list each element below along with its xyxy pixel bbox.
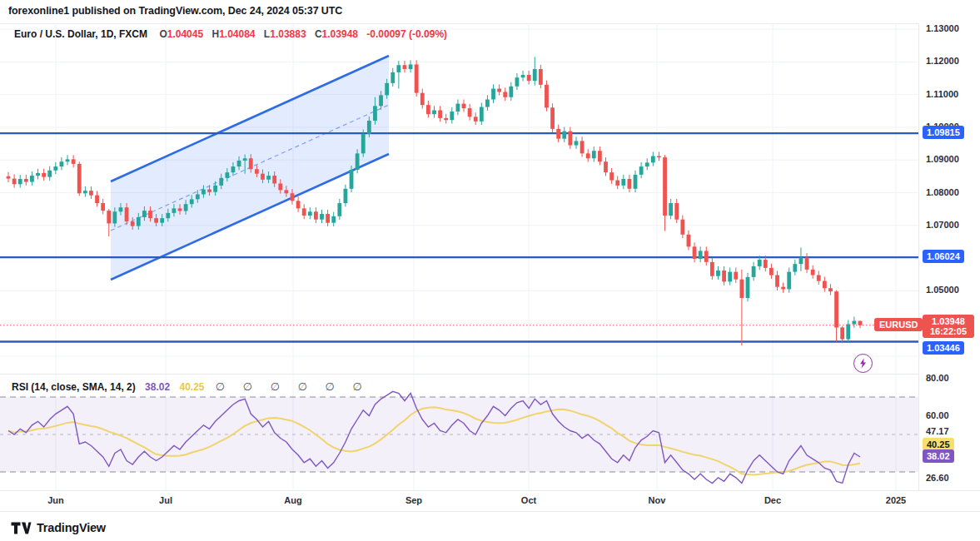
candle-body <box>852 321 856 325</box>
candle-body <box>480 107 484 122</box>
candle-body <box>739 280 744 298</box>
candle-body <box>243 158 247 161</box>
candle-body <box>409 64 413 69</box>
candle-body <box>817 275 821 281</box>
flash-action-button[interactable] <box>853 354 873 373</box>
price-axis[interactable]: 1.130001.120001.110001.100001.090001.080… <box>918 23 980 509</box>
candle-body <box>160 218 164 223</box>
pane-separator[interactable] <box>0 374 980 375</box>
candle-body <box>272 176 276 183</box>
candle-body <box>356 153 360 170</box>
candle-body <box>521 75 525 77</box>
candle-body <box>615 181 619 186</box>
candle-body <box>710 262 714 276</box>
candle-body <box>42 173 46 177</box>
attribution-text: forexonline1 published on TradingView.co… <box>8 5 342 17</box>
candle-body <box>769 268 774 275</box>
symbol-title[interactable]: Euro / U.S. Dollar, 1D, FXCM <box>14 28 147 40</box>
candle-body <box>396 65 400 72</box>
time-axis-label[interactable]: Jul <box>159 495 172 505</box>
rsi-title[interactable]: RSI (14, close, SMA, 14, 2) <box>12 381 136 393</box>
candle-body <box>444 118 448 120</box>
candle-body <box>213 186 217 192</box>
time-axis-label[interactable]: Nov <box>649 495 666 505</box>
rsi-sma-value: 40.25 <box>179 381 204 393</box>
candle-body <box>752 266 756 277</box>
candle-body <box>432 110 436 114</box>
open-value: 1.04045 <box>167 28 203 40</box>
candle-body <box>704 251 709 261</box>
candle-body <box>12 179 17 185</box>
candle-body <box>219 178 223 186</box>
lightning-icon <box>858 358 868 369</box>
candle-body <box>344 189 348 203</box>
candle-body <box>36 173 40 176</box>
price-chart-canvas[interactable] <box>0 23 918 374</box>
tradingview-logo[interactable]: TradingView <box>11 519 106 537</box>
candle-body <box>734 272 738 280</box>
candle-body <box>142 211 147 217</box>
time-axis[interactable]: JunJulAugSepOctNovDec2025 <box>0 490 980 512</box>
candle-body <box>586 153 590 158</box>
change-value: -0.00097 (-0.09%) <box>366 28 447 40</box>
candle-body <box>337 203 341 216</box>
rsi-hidden-values: ∅ ∅ ∅ ∅ ∅ ∅ <box>216 380 370 393</box>
candle-body <box>207 190 211 192</box>
candle-body <box>758 260 762 266</box>
candle-body <box>53 166 57 171</box>
candle-body <box>787 272 791 290</box>
candle-body <box>533 69 537 81</box>
candle-body <box>858 321 863 325</box>
candle-body <box>693 246 697 259</box>
candle-body <box>628 179 632 189</box>
candle-body <box>166 213 170 218</box>
attribution-bar: forexonline1 published on TradingView.co… <box>0 0 980 24</box>
candle-body <box>722 270 726 281</box>
candle-body <box>291 193 295 201</box>
candle-body <box>811 270 815 275</box>
level-price-label: 1.03446 <box>923 341 964 355</box>
candle-body <box>840 327 844 339</box>
tradingview-logo-text: TradingView <box>37 521 106 534</box>
time-axis-label[interactable]: Jun <box>47 495 64 505</box>
candle-body <box>7 176 11 179</box>
candle-body <box>131 221 135 226</box>
price-axis-tick: 1.13000 <box>926 23 959 33</box>
price-axis-tick: 1.07000 <box>926 220 959 230</box>
candle-body <box>350 170 354 189</box>
candle-body <box>278 183 282 190</box>
price-axis-tick: 1.09000 <box>926 154 959 164</box>
candle-body <box>77 164 82 193</box>
candle-body <box>379 95 383 106</box>
candle-body <box>580 141 585 153</box>
candle-body <box>598 151 602 161</box>
candle-body <box>846 324 850 339</box>
candle-body <box>687 235 691 247</box>
candle-body <box>266 176 271 180</box>
candle-body <box>509 87 513 97</box>
candle-body <box>415 64 419 92</box>
time-axis-label[interactable]: Aug <box>284 495 301 505</box>
time-axis-label[interactable]: Dec <box>764 495 781 505</box>
candle-body <box>308 211 312 216</box>
time-axis-label[interactable]: Oct <box>521 495 536 505</box>
high-value: 1.04084 <box>219 28 255 40</box>
time-axis-label[interactable]: Sep <box>405 495 422 505</box>
candle-body <box>550 107 555 129</box>
candle-body <box>680 220 684 235</box>
candle-body <box>450 112 454 120</box>
candle-body <box>201 190 206 195</box>
price-axis-tick: 1.05000 <box>926 285 959 295</box>
candle-body <box>119 207 123 211</box>
candle-body <box>699 251 703 258</box>
candle-body <box>674 203 679 220</box>
price-axis-tick: 1.08000 <box>926 187 959 197</box>
time-axis-label[interactable]: 2025 <box>886 495 906 505</box>
level-price-label: 1.09815 <box>923 126 964 139</box>
candle-body <box>148 211 152 218</box>
candle-body <box>545 85 549 108</box>
candle-body <box>828 288 833 291</box>
candle-body <box>426 105 430 114</box>
candle-body <box>101 203 105 211</box>
candle-body <box>604 161 608 172</box>
